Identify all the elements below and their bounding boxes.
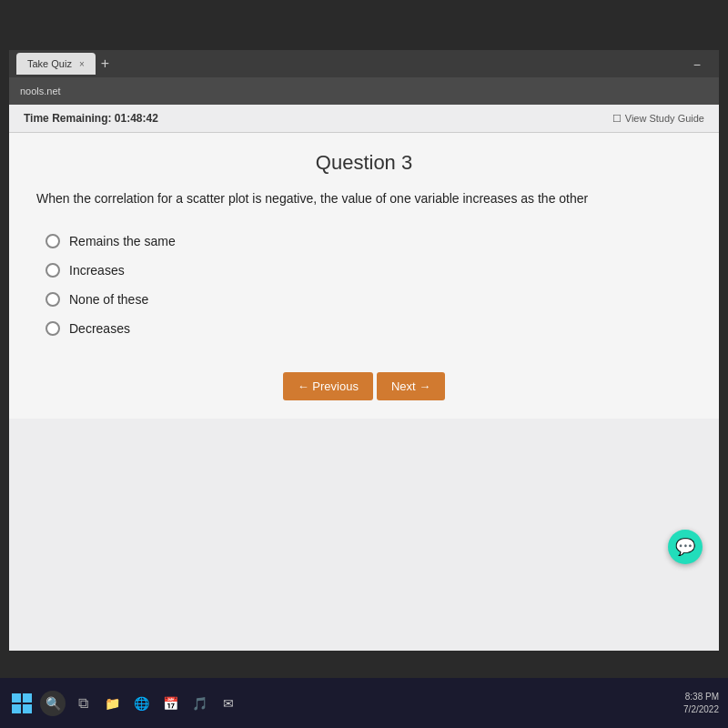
radio-remains-same[interactable]: [46, 234, 60, 248]
quiz-header: Time Remaining: 01:48:42 ☐ View Study Gu…: [9, 105, 719, 133]
windows-icon: [12, 693, 32, 713]
taskbar-files-icon[interactable]: 📁: [100, 692, 124, 715]
study-guide-checkbox-icon: ☐: [612, 113, 622, 125]
taskbar-mail-icon[interactable]: ✉: [217, 692, 240, 715]
question-title: Question 3: [36, 151, 692, 175]
edge-icon: 🌐: [134, 696, 149, 711]
nav-buttons: ← Previous Next →: [36, 372, 692, 400]
tab-label: Take Quiz: [27, 58, 72, 69]
previous-button[interactable]: ← Previous: [283, 372, 373, 400]
files-icon: 📁: [105, 696, 120, 711]
radio-decreases[interactable]: [46, 321, 60, 336]
chat-bubble-button[interactable]: 💬: [668, 530, 703, 564]
taskbar-edge-icon[interactable]: 🌐: [129, 692, 153, 715]
new-tab-button[interactable]: +: [101, 56, 109, 72]
taskbar-music-icon[interactable]: 🎵: [187, 692, 211, 715]
taskbar-calendar-icon[interactable]: 📅: [158, 692, 182, 715]
address-bar[interactable]: nools.net: [9, 77, 719, 105]
time-remaining: Time Remaining: 01:48:42: [24, 112, 158, 125]
browser-chrome: Take Quiz × + − nools.net: [9, 50, 719, 105]
question-text: When the correlation for a scatter plot …: [36, 189, 692, 208]
taskbar-date: 7/2/2022: [683, 703, 719, 716]
tab-bar: Take Quiz × + −: [9, 50, 719, 77]
taskbar-right: 8:38 PM 7/2/2022: [683, 691, 719, 716]
next-button[interactable]: Next →: [377, 372, 445, 400]
calendar-icon: 📅: [163, 696, 178, 711]
option-increases[interactable]: Increases: [46, 263, 692, 278]
chat-icon: 💬: [675, 537, 695, 557]
start-button[interactable]: [9, 691, 35, 716]
task-view-button[interactable]: ⧉: [71, 692, 95, 715]
time-label: Time Remaining:: [24, 112, 111, 125]
option-none-of-these-label: None of these: [69, 292, 148, 307]
option-remains-same-label: Remains the same: [69, 234, 176, 248]
radio-increases[interactable]: [46, 263, 60, 278]
task-view-icon: ⧉: [78, 695, 88, 712]
answer-options: Remains the same Increases None of these…: [36, 234, 692, 336]
screen: Take Quiz × + − nools.net Time Remaining…: [9, 50, 719, 651]
time-value: 01:48:42: [115, 112, 158, 125]
tab-close-icon[interactable]: ×: [79, 59, 85, 69]
taskbar-time-display: 8:38 PM 7/2/2022: [683, 691, 719, 716]
browser-tab[interactable]: Take Quiz ×: [16, 53, 96, 75]
option-decreases-label: Decreases: [69, 321, 130, 336]
music-icon: 🎵: [192, 696, 207, 711]
taskbar-time: 8:38 PM: [683, 691, 719, 703]
option-none-of-these[interactable]: None of these: [46, 292, 692, 307]
search-icon: 🔍: [46, 696, 61, 711]
radio-none-of-these[interactable]: [46, 292, 60, 307]
page-content: Time Remaining: 01:48:42 ☐ View Study Gu…: [9, 105, 719, 651]
option-remains-same[interactable]: Remains the same: [46, 234, 692, 248]
taskbar: 🔍 ⧉ 📁 🌐 📅 🎵 ✉ 8:38 PM 7/2/2022: [0, 678, 728, 728]
taskbar-search-button[interactable]: 🔍: [40, 691, 66, 716]
monitor-outer: Take Quiz × + − nools.net Time Remaining…: [0, 0, 728, 728]
option-decreases[interactable]: Decreases: [46, 321, 692, 336]
url-text: nools.net: [20, 86, 61, 96]
quiz-body: Question 3 When the correlation for a sc…: [9, 133, 719, 419]
view-study-guide-link[interactable]: ☐ View Study Guide: [612, 113, 704, 125]
minimize-button[interactable]: −: [693, 57, 701, 72]
study-guide-label: View Study Guide: [625, 113, 704, 124]
option-increases-label: Increases: [69, 263, 125, 278]
mail-icon: ✉: [223, 696, 234, 711]
